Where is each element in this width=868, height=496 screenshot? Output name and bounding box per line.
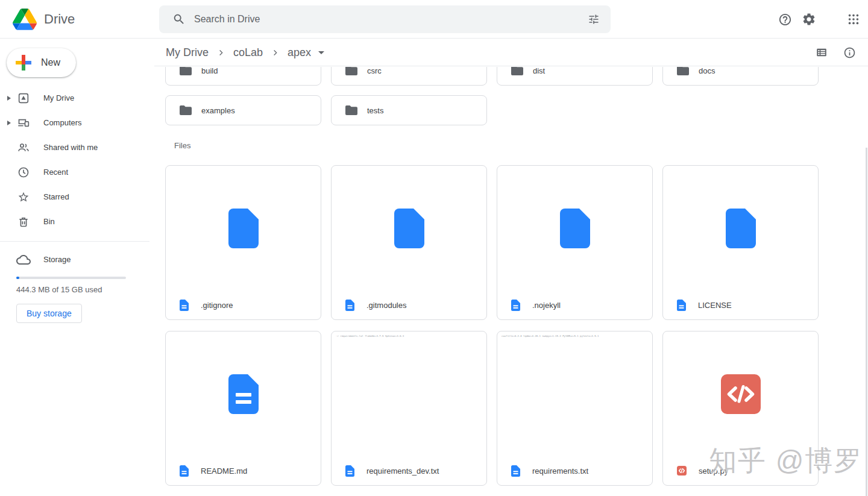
files-grid: .gitignore.gitmodules.nojekyllLICENSEREA… — [165, 165, 819, 486]
file-preview — [497, 166, 652, 290]
folder-name: examples — [201, 106, 235, 115]
sidebar-item-shared-with-me[interactable]: Shared with me — [0, 135, 154, 160]
search-input[interactable] — [194, 14, 588, 25]
folder-name: dist — [533, 67, 545, 75]
file-type-icon — [345, 300, 354, 311]
file-card[interactable]: .gitignore — [165, 165, 321, 320]
new-button-label: New — [41, 57, 60, 68]
document-icon — [560, 209, 590, 248]
help-icon — [778, 13, 792, 27]
vertical-scrollbar[interactable] — [866, 148, 867, 496]
file-footer: requirements_dev.txt — [332, 456, 486, 485]
sidebar-item-starred[interactable]: Starred — [0, 184, 154, 209]
file-preview — [166, 331, 321, 456]
new-button[interactable]: New — [7, 48, 76, 77]
chevron-right-icon — [271, 48, 280, 57]
document-icon — [726, 209, 756, 248]
computers-icon — [17, 117, 30, 129]
file-footer: requirements.txt — [497, 456, 652, 485]
document-icon — [228, 209, 259, 248]
folder-icon — [180, 105, 192, 115]
view-toolbar — [816, 46, 868, 59]
sidebar-nav: My Drive Computers Shared with me Recent — [0, 86, 154, 234]
file-name: .gitignore — [201, 301, 233, 310]
sidebar-item-label: Recent — [43, 168, 68, 177]
file-footer: .nojekyll — [497, 290, 652, 319]
sidebar-divider — [0, 241, 149, 242]
sidebar-item-label: Shared with me — [43, 143, 98, 152]
file-type-icon — [677, 300, 686, 311]
sidebar-item-my-drive[interactable]: My Drive — [0, 86, 154, 110]
file-card[interactable]: .gitmodules — [331, 165, 487, 320]
folder-card[interactable]: docs — [662, 67, 819, 86]
file-footer: setup.py — [663, 456, 818, 485]
sidebar-item-label: Computers — [43, 118, 82, 127]
file-preview — [332, 166, 486, 290]
header-actions — [773, 7, 866, 31]
my-drive-icon — [17, 92, 30, 104]
file-name: requirements.txt — [532, 466, 588, 476]
help-button[interactable] — [773, 7, 797, 31]
folder-icon — [677, 67, 689, 75]
folder-card[interactable]: csrc — [331, 67, 487, 86]
apps-grid-icon — [847, 13, 860, 26]
sidebar-item-recent[interactable]: Recent — [0, 160, 154, 184]
file-type-icon — [511, 300, 520, 311]
apps-grid-button[interactable] — [841, 7, 866, 31]
storage-progress-fill — [16, 277, 19, 279]
search-bar[interactable] — [159, 5, 611, 33]
file-card[interactable]: .nojekyll — [497, 165, 653, 320]
file-footer: README.md — [166, 456, 321, 485]
breadcrumb-apex[interactable]: apex — [288, 46, 311, 59]
folder-name: docs — [699, 67, 715, 75]
cloud-icon — [16, 253, 31, 267]
file-card[interactable]: README.md — [165, 331, 321, 486]
info-icon[interactable] — [843, 46, 856, 59]
sidebar-item-bin[interactable]: Bin — [0, 209, 154, 234]
app-title: Drive — [44, 11, 75, 27]
shared-with-me-icon — [17, 142, 30, 154]
sidebar: New My Drive Computers Shared with m — [0, 39, 154, 496]
file-type-icon — [180, 300, 189, 311]
code-icon — [721, 374, 761, 414]
sidebar-item-label: Starred — [43, 192, 69, 201]
list-view-icon[interactable] — [816, 46, 828, 58]
plus-icon — [16, 55, 31, 71]
folder-icon — [511, 67, 523, 75]
breadcrumb: My Drive coLab apex — [154, 39, 868, 66]
folders-row-partial: buildcsrcdistdocs — [165, 67, 868, 86]
settings-button[interactable] — [797, 7, 821, 31]
file-card[interactable]: cxxfilt>=0.2.0 tqdm>=4.28.1 numpy>=1.15.… — [497, 331, 653, 486]
file-type-icon — [180, 465, 189, 477]
storage-label: Storage — [43, 255, 71, 264]
folder-card[interactable]: examples — [165, 95, 321, 125]
file-card[interactable]: LICENSE — [662, 165, 819, 320]
file-type-icon — [345, 465, 354, 477]
breadcrumb-colab[interactable]: coLab — [233, 46, 263, 59]
filter-options-icon[interactable] — [588, 13, 600, 25]
folder-card[interactable]: tests — [331, 95, 487, 125]
folder-card[interactable]: dist — [497, 67, 653, 86]
folder-name: tests — [367, 106, 383, 115]
file-preview-text: cxxfilt>=0.2.0 tqdm>=4.28.1 numpy>=1.15.… — [502, 334, 649, 337]
expand-arrow-icon[interactable] — [7, 121, 11, 125]
sidebar-item-storage[interactable]: Storage — [0, 247, 154, 272]
storage-progress-bar — [16, 277, 126, 279]
file-card[interactable]: setup.py — [662, 331, 819, 486]
breadcrumb-my-drive[interactable]: My Drive — [166, 46, 209, 59]
settings-icon — [802, 12, 816, 27]
sidebar-item-computers[interactable]: Computers — [0, 110, 154, 135]
file-card[interactable]: -r requirements.txt flake8>=3.7.9 Sphinx… — [331, 331, 487, 486]
drive-logo-area[interactable]: Drive — [13, 0, 75, 39]
folder-menu-caret-icon[interactable] — [318, 51, 324, 54]
file-name: .nojekyll — [532, 301, 561, 310]
drive-logo-icon — [13, 8, 37, 30]
document-text-icon — [228, 374, 259, 414]
folder-card[interactable]: build — [165, 67, 321, 86]
file-preview — [663, 166, 818, 290]
folder-icon — [345, 67, 357, 75]
buy-storage-button[interactable]: Buy storage — [16, 304, 82, 323]
file-footer: .gitmodules — [332, 290, 486, 319]
file-preview: cxxfilt>=0.2.0 tqdm>=4.28.1 numpy>=1.15.… — [497, 331, 652, 456]
expand-arrow-icon[interactable] — [7, 96, 11, 101]
